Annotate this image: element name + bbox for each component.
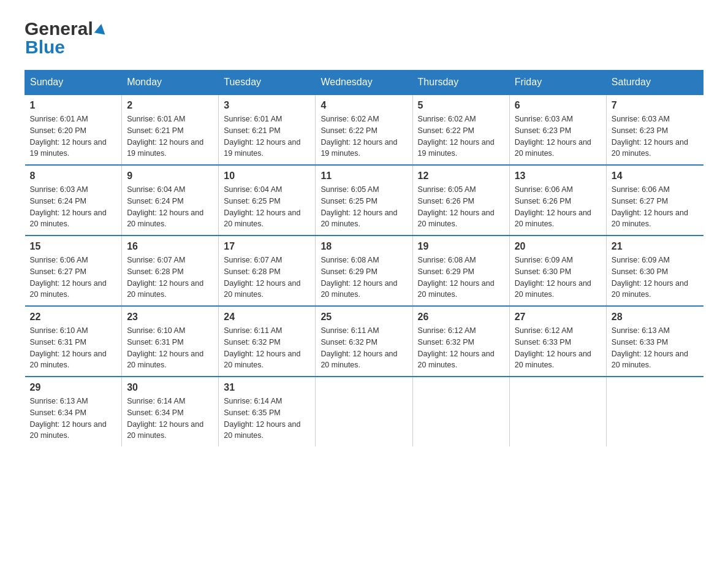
calendar-cell [316,377,412,446]
day-number: 1 [30,100,117,111]
calendar-cell: 5 Sunrise: 6:02 AMSunset: 6:22 PMDayligh… [412,94,509,165]
page-header: General Blue [25,18,703,58]
day-info: Sunrise: 6:13 AMSunset: 6:34 PMDaylight:… [30,397,107,440]
logo-row: General [25,18,106,39]
header-sunday: Sunday [25,71,122,95]
calendar-cell: 21 Sunrise: 6:09 AMSunset: 6:30 PMDaylig… [606,236,703,306]
calendar-cell: 22 Sunrise: 6:10 AMSunset: 6:31 PMDaylig… [25,306,122,377]
calendar-cell: 3 Sunrise: 6:01 AMSunset: 6:21 PMDayligh… [219,94,316,165]
day-number: 11 [320,170,407,182]
calendar-cell: 26 Sunrise: 6:12 AMSunset: 6:32 PMDaylig… [412,306,509,377]
calendar-cell: 24 Sunrise: 6:11 AMSunset: 6:32 PMDaylig… [219,306,316,377]
logo-blue-row: Blue [25,37,106,58]
calendar-cell: 1 Sunrise: 6:01 AMSunset: 6:20 PMDayligh… [25,94,122,165]
header-saturday: Saturday [606,71,703,95]
calendar-cell: 11 Sunrise: 6:05 AMSunset: 6:25 PMDaylig… [316,165,412,236]
logo-blue-label: Blue [25,37,65,58]
calendar-week-row: 8 Sunrise: 6:03 AMSunset: 6:24 PMDayligh… [25,165,703,236]
logo-triangle-icon [94,23,107,35]
day-number: 28 [612,312,699,323]
day-info: Sunrise: 6:14 AMSunset: 6:34 PMDaylight:… [127,397,203,440]
day-info: Sunrise: 6:07 AMSunset: 6:28 PMDaylight:… [224,256,300,299]
calendar-cell: 7 Sunrise: 6:03 AMSunset: 6:23 PMDayligh… [606,94,703,165]
calendar-cell: 2 Sunrise: 6:01 AMSunset: 6:21 PMDayligh… [122,94,219,165]
day-info: Sunrise: 6:14 AMSunset: 6:35 PMDaylight:… [224,397,300,440]
day-info: Sunrise: 6:06 AMSunset: 6:27 PMDaylight:… [30,256,107,299]
header-monday: Monday [122,71,219,95]
calendar-cell: 23 Sunrise: 6:10 AMSunset: 6:31 PMDaylig… [122,306,219,377]
header-wednesday: Wednesday [316,71,412,95]
day-info: Sunrise: 6:11 AMSunset: 6:32 PMDaylight:… [224,326,300,369]
day-number: 27 [515,312,601,323]
calendar-cell [509,377,606,446]
calendar-cell: 20 Sunrise: 6:09 AMSunset: 6:30 PMDaylig… [509,236,606,306]
day-number: 12 [418,170,504,182]
day-info: Sunrise: 6:05 AMSunset: 6:25 PMDaylight:… [320,185,397,228]
day-number: 6 [515,100,601,111]
day-info: Sunrise: 6:03 AMSunset: 6:23 PMDaylight:… [612,115,688,158]
header-thursday: Thursday [412,71,509,95]
calendar-cell: 31 Sunrise: 6:14 AMSunset: 6:35 PMDaylig… [219,377,316,446]
calendar-cell: 19 Sunrise: 6:08 AMSunset: 6:29 PMDaylig… [412,236,509,306]
day-number: 14 [612,170,699,182]
day-number: 10 [224,170,310,182]
calendar-cell: 6 Sunrise: 6:03 AMSunset: 6:23 PMDayligh… [509,94,606,165]
day-info: Sunrise: 6:01 AMSunset: 6:20 PMDaylight:… [30,115,107,158]
calendar-cell: 14 Sunrise: 6:06 AMSunset: 6:27 PMDaylig… [606,165,703,236]
day-number: 23 [127,312,213,323]
logo-triangle-wrapper [93,24,106,34]
day-info: Sunrise: 6:04 AMSunset: 6:24 PMDaylight:… [127,185,203,228]
calendar-table: SundayMondayTuesdayWednesdayThursdayFrid… [25,70,703,446]
header-friday: Friday [509,71,606,95]
calendar-cell: 12 Sunrise: 6:05 AMSunset: 6:26 PMDaylig… [412,165,509,236]
day-info: Sunrise: 6:01 AMSunset: 6:21 PMDaylight:… [224,115,300,158]
day-info: Sunrise: 6:11 AMSunset: 6:32 PMDaylight:… [320,326,397,369]
day-info: Sunrise: 6:12 AMSunset: 6:33 PMDaylight:… [515,326,591,369]
logo: General Blue [25,18,106,58]
day-info: Sunrise: 6:10 AMSunset: 6:31 PMDaylight:… [127,326,203,369]
calendar-cell: 18 Sunrise: 6:08 AMSunset: 6:29 PMDaylig… [316,236,412,306]
day-number: 4 [320,100,407,111]
day-info: Sunrise: 6:01 AMSunset: 6:21 PMDaylight:… [127,115,203,158]
calendar-cell [606,377,703,446]
day-info: Sunrise: 6:03 AMSunset: 6:24 PMDaylight:… [30,185,107,228]
calendar-week-row: 1 Sunrise: 6:01 AMSunset: 6:20 PMDayligh… [25,94,703,165]
day-info: Sunrise: 6:06 AMSunset: 6:26 PMDaylight:… [515,185,591,228]
calendar-cell: 25 Sunrise: 6:11 AMSunset: 6:32 PMDaylig… [316,306,412,377]
day-number: 8 [30,170,117,182]
day-number: 26 [418,312,504,323]
day-number: 19 [418,241,504,252]
day-info: Sunrise: 6:02 AMSunset: 6:22 PMDaylight:… [418,115,495,158]
day-info: Sunrise: 6:07 AMSunset: 6:28 PMDaylight:… [127,256,203,299]
day-info: Sunrise: 6:06 AMSunset: 6:27 PMDaylight:… [612,185,688,228]
calendar-cell: 29 Sunrise: 6:13 AMSunset: 6:34 PMDaylig… [25,377,122,446]
day-number: 29 [30,382,117,393]
day-number: 24 [224,312,310,323]
header-tuesday: Tuesday [219,71,316,95]
day-info: Sunrise: 6:02 AMSunset: 6:22 PMDaylight:… [320,115,397,158]
day-info: Sunrise: 6:08 AMSunset: 6:29 PMDaylight:… [320,256,397,299]
day-info: Sunrise: 6:09 AMSunset: 6:30 PMDaylight:… [515,256,591,299]
day-number: 9 [127,170,213,182]
day-number: 25 [320,312,407,323]
day-number: 16 [127,241,213,252]
day-info: Sunrise: 6:10 AMSunset: 6:31 PMDaylight:… [30,326,107,369]
calendar-cell: 15 Sunrise: 6:06 AMSunset: 6:27 PMDaylig… [25,236,122,306]
day-number: 7 [612,100,699,111]
calendar-week-row: 15 Sunrise: 6:06 AMSunset: 6:27 PMDaylig… [25,236,703,306]
calendar-cell: 17 Sunrise: 6:07 AMSunset: 6:28 PMDaylig… [219,236,316,306]
logo-general-text: General [25,18,93,39]
day-number: 2 [127,100,213,111]
day-info: Sunrise: 6:03 AMSunset: 6:23 PMDaylight:… [515,115,591,158]
calendar-cell: 27 Sunrise: 6:12 AMSunset: 6:33 PMDaylig… [509,306,606,377]
day-info: Sunrise: 6:09 AMSunset: 6:30 PMDaylight:… [612,256,688,299]
calendar-week-row: 22 Sunrise: 6:10 AMSunset: 6:31 PMDaylig… [25,306,703,377]
calendar-cell: 10 Sunrise: 6:04 AMSunset: 6:25 PMDaylig… [219,165,316,236]
calendar-week-row: 29 Sunrise: 6:13 AMSunset: 6:34 PMDaylig… [25,377,703,446]
day-info: Sunrise: 6:04 AMSunset: 6:25 PMDaylight:… [224,185,300,228]
day-number: 20 [515,241,601,252]
calendar-cell: 28 Sunrise: 6:13 AMSunset: 6:33 PMDaylig… [606,306,703,377]
day-number: 21 [612,241,699,252]
day-number: 13 [515,170,601,182]
day-info: Sunrise: 6:13 AMSunset: 6:33 PMDaylight:… [612,326,688,369]
